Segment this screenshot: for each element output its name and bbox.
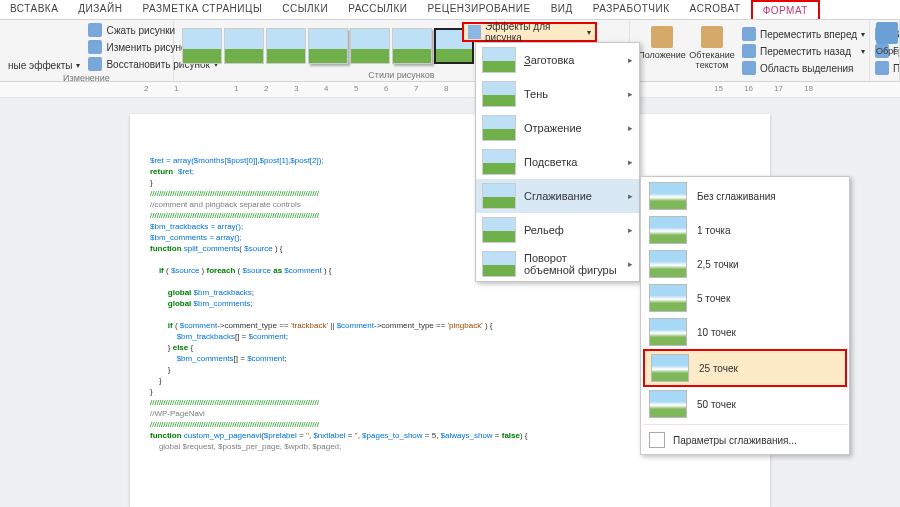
shadow-icon	[482, 81, 516, 107]
menu-item-shadow[interactable]: Тень▸	[476, 77, 639, 111]
menu-item-soft-edges[interactable]: Сглаживание▸	[476, 179, 639, 213]
chevron-right-icon: ▸	[628, 123, 633, 133]
reset-icon	[88, 57, 102, 71]
soft-edges-25pt[interactable]: 25 точек	[643, 349, 847, 387]
glow-icon	[482, 149, 516, 175]
thumb-icon	[649, 182, 687, 210]
tab-insert[interactable]: ВСТАВКА	[0, 0, 68, 19]
soft-edges-2-5pt[interactable]: 2,5 точки	[643, 247, 847, 281]
thumb-icon	[649, 390, 687, 418]
soft-edges-50pt[interactable]: 50 точек	[643, 387, 847, 421]
send-backward-button[interactable]: Переместить назад▾	[740, 43, 867, 59]
wrap-text-button[interactable]: Обтекание текстом	[690, 26, 734, 76]
bring-forward-button[interactable]: Переместить вперед▾	[740, 26, 867, 42]
soft-edges-options[interactable]: Параметры сглаживания...	[643, 428, 847, 452]
soft-edges-5pt[interactable]: 5 точек	[643, 281, 847, 315]
chevron-right-icon: ▸	[628, 55, 633, 65]
tab-design[interactable]: ДИЗАЙН	[68, 0, 132, 19]
compress-icon	[88, 23, 102, 37]
picture-effects-button[interactable]: Эффекты для рисунка ▾	[462, 22, 597, 42]
menu-item-reflection[interactable]: Отражение▸	[476, 111, 639, 145]
selection-pane-button[interactable]: Область выделения	[740, 60, 867, 76]
tab-format[interactable]: ФОРМАТ	[751, 0, 820, 19]
thumb-icon	[649, 284, 687, 312]
change-picture-icon	[88, 40, 102, 54]
style-thumb-3[interactable]	[266, 28, 306, 64]
horizontal-ruler: 2 1 1 2 3 4 5 6 7 8 15 16 17 18	[0, 82, 900, 98]
menu-item-preset[interactable]: Заготовка▸	[476, 43, 639, 77]
style-thumb-4[interactable]	[308, 28, 348, 64]
tab-view[interactable]: ВИД	[541, 0, 583, 19]
forward-icon	[742, 27, 756, 41]
artistic-effects-button[interactable]: ные эффекты▾	[6, 59, 82, 72]
tab-layout[interactable]: РАЗМЕТКА СТРАНИЦЫ	[132, 0, 272, 19]
soft-edges-none[interactable]: Без сглаживания	[643, 179, 847, 213]
position-button[interactable]: Положение	[640, 26, 684, 76]
options-icon	[649, 432, 665, 448]
soft-edges-submenu: Без сглаживания 1 точка 2,5 точки 5 точе…	[640, 176, 850, 455]
menu-item-glow[interactable]: Подсветка▸	[476, 145, 639, 179]
menu-item-bevel[interactable]: Рельеф▸	[476, 213, 639, 247]
chevron-down-icon: ▾	[587, 28, 591, 37]
chevron-right-icon: ▸	[628, 89, 633, 99]
reflection-icon	[482, 115, 516, 141]
soft-edges-icon	[482, 183, 516, 209]
effects-icon	[468, 25, 481, 39]
thumb-icon	[649, 216, 687, 244]
style-thumb-6[interactable]	[392, 28, 432, 64]
thumb-icon	[649, 318, 687, 346]
ribbon-tabs: ВСТАВКА ДИЗАЙН РАЗМЕТКА СТРАНИЦЫ ССЫЛКИ …	[0, 0, 900, 20]
chevron-right-icon: ▸	[628, 157, 633, 167]
tab-references[interactable]: ССЫЛКИ	[272, 0, 338, 19]
chevron-right-icon: ▸	[628, 259, 633, 269]
chevron-right-icon: ▸	[628, 191, 633, 201]
selection-icon	[742, 61, 756, 75]
tab-review[interactable]: РЕЦЕНЗИРОВАНИЕ	[417, 0, 540, 19]
wrap-icon	[701, 26, 723, 48]
position-icon	[651, 26, 673, 48]
tab-developer[interactable]: РАЗРАБОТЧИК	[583, 0, 680, 19]
thumb-icon	[651, 354, 689, 382]
style-thumb-2[interactable]	[224, 28, 264, 64]
picture-styles-gallery[interactable]	[180, 22, 476, 69]
chevron-right-icon: ▸	[628, 225, 633, 235]
menu-item-3d-rotation[interactable]: Поворот объемной фигуры▸	[476, 247, 639, 281]
style-thumb-1[interactable]	[182, 28, 222, 64]
tab-acrobat[interactable]: ACROBAT	[680, 0, 751, 19]
thumb-icon	[649, 250, 687, 278]
soft-edges-10pt[interactable]: 10 точек	[643, 315, 847, 349]
bevel-icon	[482, 217, 516, 243]
preset-icon	[482, 47, 516, 73]
tab-mailings[interactable]: РАССЫЛКИ	[338, 0, 417, 19]
ribbon: ные эффекты▾ Сжать рисунки Изменить рису…	[0, 20, 900, 82]
rotation-3d-icon	[482, 251, 516, 277]
crop-button[interactable]: Обре	[876, 22, 898, 81]
style-thumb-5[interactable]	[350, 28, 390, 64]
picture-effects-menu: Заготовка▸ Тень▸ Отражение▸ Подсветка▸ С…	[475, 42, 640, 282]
soft-edges-1pt[interactable]: 1 точка	[643, 213, 847, 247]
menu-separator	[643, 424, 847, 425]
backward-icon	[742, 44, 756, 58]
crop-icon	[876, 22, 898, 44]
